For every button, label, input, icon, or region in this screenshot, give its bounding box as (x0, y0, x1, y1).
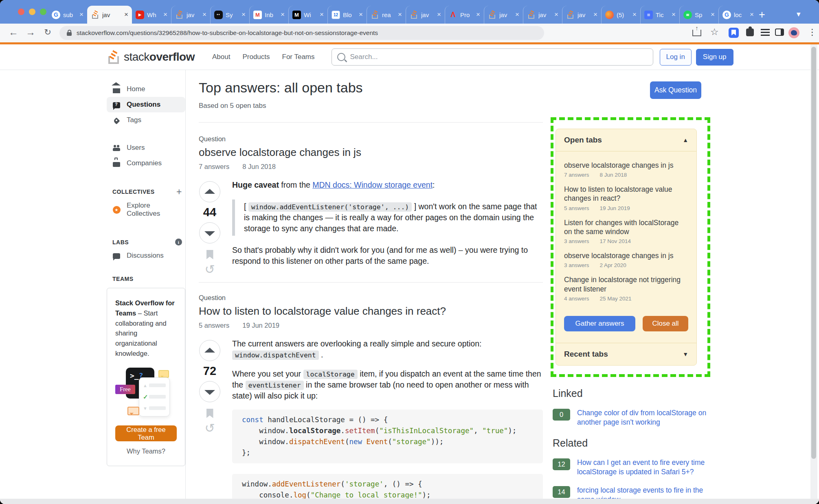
browser-tab[interactable]: rea× (367, 6, 406, 24)
tab-close-icon[interactable]: × (320, 11, 324, 19)
open-tab-item[interactable]: observe localstorage changes in js3 answ… (564, 251, 688, 268)
tab-close-icon[interactable]: × (515, 11, 519, 19)
browser-tab[interactable]: 12Blo× (327, 6, 367, 24)
sidebar-item-questions[interactable]: Questions (107, 97, 185, 112)
ask-question-button[interactable]: Ask Question (650, 81, 701, 99)
tab-close-icon[interactable]: × (711, 11, 715, 19)
question-link[interactable]: How can I get an event to fire every tim… (577, 458, 710, 477)
open-tab-title[interactable]: observe localstorage changes in js (564, 251, 688, 260)
browser-tab[interactable]: ΛPro× (445, 6, 484, 24)
browser-tab[interactable]: ▶Wh× (132, 6, 171, 24)
tab-close-icon[interactable]: × (79, 11, 83, 19)
extension-list-icon[interactable] (761, 29, 770, 36)
tab-close-icon[interactable]: × (672, 11, 676, 19)
share-icon[interactable] (692, 30, 701, 36)
minimize-window-button[interactable] (29, 9, 35, 15)
open-tab-title[interactable]: Change in localstorage not triggering ev… (564, 275, 688, 293)
close-window-button[interactable] (18, 9, 24, 15)
open-tab-title[interactable]: Listen for changes with localStorage on … (564, 218, 688, 236)
tab-close-icon[interactable]: × (281, 11, 285, 19)
gather-answers-button[interactable]: Gather answers (564, 316, 635, 331)
extension-bookmark-icon[interactable] (729, 28, 739, 38)
open-tab-item[interactable]: observe localstorage changes in js7 answ… (564, 161, 688, 178)
open-tab-item[interactable]: Listen for changes with localStorage on … (564, 218, 688, 244)
reload-button[interactable]: ↻ (41, 27, 55, 37)
open-tab-title[interactable]: observe localstorage changes in js (564, 161, 688, 170)
upvote-button[interactable] (199, 181, 220, 202)
info-icon[interactable]: i (175, 239, 182, 245)
tab-close-icon[interactable]: × (359, 11, 363, 19)
forward-button[interactable]: → (24, 26, 37, 38)
nav-about[interactable]: About (206, 50, 236, 64)
sidebar-item-explore-collectives[interactable]: ★ Explore Collectives (107, 198, 185, 221)
tab-close-icon[interactable]: × (163, 11, 167, 19)
browser-tab[interactable]: jav× (171, 6, 210, 24)
question-link[interactable]: Change color of div from localStorage on… (577, 408, 710, 427)
mdn-docs-link[interactable]: MDN docs: Window storage event (312, 180, 433, 189)
why-teams-link[interactable]: Why Teams? (115, 447, 177, 455)
browser-tab[interactable]: ••Sy× (210, 6, 249, 24)
browser-tab[interactable]: MInb× (249, 6, 288, 24)
add-collective-icon[interactable]: + (176, 188, 182, 195)
extensions-puzzle-icon[interactable] (746, 28, 754, 36)
sidebar-item-discussions[interactable]: Discussions (107, 248, 185, 263)
tab-close-icon[interactable]: × (476, 11, 480, 19)
sidebar-item-home[interactable]: Home (107, 81, 185, 97)
bookmark-icon[interactable] (206, 409, 213, 418)
open-tab-title[interactable]: How to listen to localstorage value chan… (564, 185, 688, 203)
address-bar[interactable]: stackoverflow.com/questions/32965288/how… (59, 26, 544, 40)
tab-close-icon[interactable]: × (437, 11, 441, 19)
browser-tab[interactable]: jav× (87, 6, 132, 24)
browser-tab[interactable]: Gsub× (48, 6, 87, 24)
browser-tab[interactable]: jav× (523, 6, 562, 24)
sidebar-item-users[interactable]: Users (107, 140, 185, 156)
browser-tab[interactable]: jav× (406, 6, 445, 24)
browser-tab[interactable]: Gloc× (718, 6, 758, 24)
open-tabs-header[interactable]: Open tabs ▲ (556, 129, 696, 151)
tab-close-icon[interactable]: × (202, 11, 206, 19)
site-search[interactable] (332, 48, 653, 66)
tab-close-icon[interactable]: × (750, 11, 754, 19)
close-all-button[interactable]: Close all (643, 316, 688, 331)
bookmark-icon[interactable] (206, 250, 213, 259)
back-button[interactable]: ← (7, 26, 20, 38)
browser-tab[interactable]: ≋Sp× (679, 6, 718, 24)
tab-search-chevron-icon[interactable]: ▾ (797, 9, 801, 19)
zoom-window-button[interactable] (40, 9, 46, 15)
browser-tab[interactable]: ≡Tic× (640, 6, 679, 24)
recent-tabs-header[interactable]: Recent tabs ▼ (556, 343, 696, 365)
tab-close-icon[interactable]: × (242, 11, 246, 19)
tab-close-icon[interactable]: × (554, 11, 558, 19)
tab-close-icon[interactable]: × (398, 11, 402, 19)
sidebar-item-companies[interactable]: Companies (107, 156, 185, 171)
bookmark-star-icon[interactable]: ☆ (710, 26, 719, 37)
question-title[interactable]: observe localstorage changes in js (199, 146, 543, 159)
question-title[interactable]: How to listen to localstorage value chan… (199, 305, 543, 318)
scrollbar-thumb[interactable] (811, 47, 816, 459)
profile-avatar[interactable] (788, 27, 799, 38)
upvote-button[interactable] (199, 340, 220, 361)
tab-close-icon[interactable]: × (124, 11, 128, 19)
history-icon[interactable]: ↺ (204, 422, 215, 434)
side-panel-icon[interactable] (775, 28, 784, 36)
history-icon[interactable]: ↺ (204, 263, 215, 276)
new-tab-button[interactable]: + (756, 9, 768, 20)
log-in-button[interactable]: Log in (660, 49, 692, 66)
browser-tab[interactable]: jav× (484, 6, 523, 24)
collapse-icon[interactable]: ▲ (683, 137, 688, 143)
create-team-button[interactable]: Create a free Team (115, 425, 177, 441)
tab-close-icon[interactable]: × (632, 11, 637, 19)
sidebar-question-row[interactable]: 12How can I get an event to fire every t… (551, 458, 710, 477)
open-tab-item[interactable]: Change in localstorage not triggering ev… (564, 275, 688, 301)
search-input[interactable] (349, 53, 648, 61)
sign-up-button[interactable]: Sign up (696, 49, 733, 66)
browser-tab[interactable]: jav× (562, 6, 601, 24)
sidebar-question-row[interactable]: 0Change color of div from localStorage o… (551, 408, 710, 427)
sidebar-item-tags[interactable]: Tags (107, 112, 185, 128)
tab-close-icon[interactable]: × (593, 11, 597, 19)
expand-icon[interactable]: ▼ (683, 351, 688, 357)
nav-for-teams[interactable]: For Teams (276, 50, 321, 64)
downvote-button[interactable] (199, 381, 220, 402)
nav-products[interactable]: Products (236, 50, 276, 64)
browser-tab[interactable]: (5)× (601, 6, 640, 24)
